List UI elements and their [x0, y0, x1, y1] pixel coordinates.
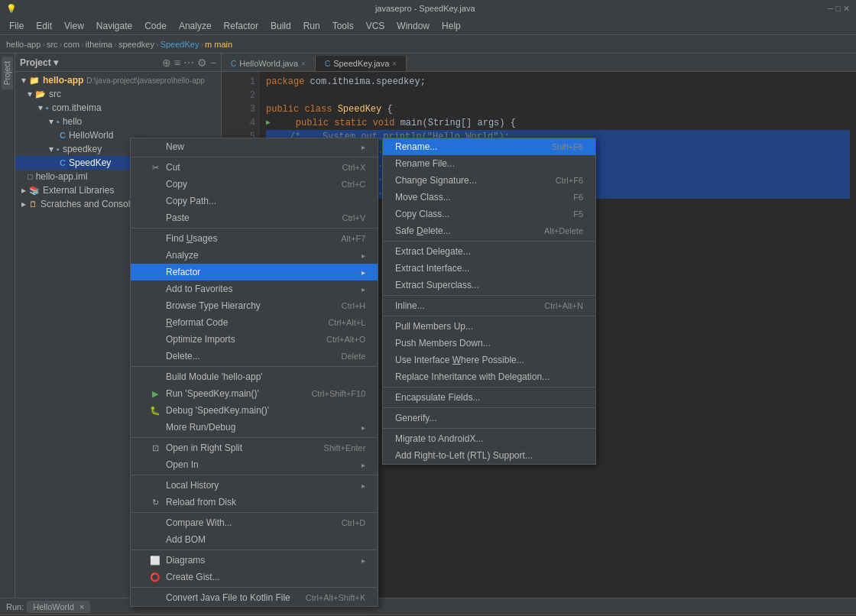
src-folder-icon: 📂: [35, 89, 46, 99]
ctx-openin[interactable]: Open In ▸: [131, 456, 378, 473]
ctx-copy[interactable]: Copy Ctrl+C: [131, 176, 378, 193]
ctx-browsehierarchy[interactable]: Browse Type Hierarchy Ctrl+H: [131, 297, 378, 314]
ctx-buildmodule[interactable]: Build Module 'hello-app': [131, 368, 378, 385]
menu-file[interactable]: File: [3, 19, 30, 33]
locate-icon[interactable]: ⊕: [162, 57, 171, 69]
submenu-moveclass[interactable]: Move Class... F6: [383, 189, 595, 206]
tab-close-helloworld[interactable]: ×: [301, 60, 306, 68]
ctx-refactor[interactable]: Refactor ▸: [131, 264, 378, 280]
collapse-icon[interactable]: ≡: [174, 57, 180, 69]
submenu-replaceinheritance[interactable]: Replace Inheritance with Delegation...: [383, 368, 595, 385]
tree-item-comitheima[interactable]: ▾ ▪ com.itheima: [15, 101, 221, 115]
menu-view[interactable]: View: [58, 19, 90, 33]
menu-run[interactable]: Run: [297, 19, 326, 33]
tab-close-speedkey[interactable]: ×: [392, 60, 397, 68]
submenu-pushdown[interactable]: Push Members Down...: [383, 335, 595, 352]
ctx-compare[interactable]: Compare With... Ctrl+D: [131, 514, 378, 531]
submenu-inline[interactable]: Inline... Ctrl+Alt+N: [383, 297, 595, 314]
submenu-label: Migrate to AndroidX...: [395, 433, 483, 444]
ctx-creategist[interactable]: ⭕ Create Gist...: [131, 569, 378, 585]
breadcrumb-src[interactable]: src: [47, 40, 58, 49]
tree-item-hello[interactable]: ▾ ▪ hello: [15, 115, 221, 128]
breadcrumb-main[interactable]: m main: [205, 40, 232, 49]
menu-vcs[interactable]: VCS: [360, 19, 391, 33]
ctx-paste[interactable]: Paste Ctrl+V: [131, 209, 378, 226]
context-menu[interactable]: New ▸ ✂ Cut Ctrl+X Copy Ctrl+C Copy Path…: [130, 138, 378, 607]
refactor-submenu[interactable]: Rename... Shift+F6 Rename File... Change…: [382, 138, 596, 465]
submenu-arrow: ▸: [362, 556, 365, 565]
submenu-extractinterface[interactable]: Extract Interface...: [383, 260, 595, 277]
submenu-renamefile[interactable]: Rename File...: [383, 155, 595, 172]
ctx-openright[interactable]: ⊡ Open in Right Split Shift+Enter: [131, 439, 378, 456]
window-controls[interactable]: ─ □ ✕: [827, 4, 850, 14]
submenu-label: Use Interface Where Possible...: [395, 355, 524, 365]
ctx-analyze[interactable]: Analyze ▸: [131, 247, 378, 264]
breadcrumb-hello-app[interactable]: hello-app: [6, 40, 41, 49]
ctx-localhistory[interactable]: Local History ▸: [131, 477, 378, 494]
breadcrumb-com[interactable]: com: [63, 40, 79, 49]
java-file-icon: C: [325, 60, 330, 68]
ctx-label: New: [166, 141, 184, 152]
ctx-reformat[interactable]: Reformat Code Ctrl+Alt+L: [131, 314, 378, 331]
ctx-cut[interactable]: ✂ Cut Ctrl+X: [131, 159, 378, 176]
ctx-addtofav[interactable]: Add to Favorites ▸: [131, 280, 378, 297]
tree-item-hello-app[interactable]: ▾ 📁 hello-app D:\java-project\javasepro\…: [15, 73, 221, 87]
run-tab-close[interactable]: ×: [79, 602, 84, 611]
ctx-new[interactable]: New ▸: [131, 138, 378, 155]
submenu-rtl[interactable]: Add Right-to-Left (RTL) Support...: [383, 447, 595, 464]
menu-window[interactable]: Window: [391, 19, 436, 33]
minimize-icon[interactable]: −: [210, 57, 216, 69]
ctx-optimizeimports[interactable]: Optimize Imports Ctrl+Alt+O: [131, 331, 378, 348]
menu-edit[interactable]: Edit: [30, 19, 58, 33]
expand-icon: ▾: [38, 102, 43, 113]
ctx-delete[interactable]: Delete... Delete: [131, 348, 378, 365]
ctx-sep: [383, 295, 595, 296]
submenu-useinterface[interactable]: Use Interface Where Possible...: [383, 352, 595, 368]
submenu-encapsulate[interactable]: Encapsulate Fields...: [383, 389, 595, 406]
tab-helloworld[interactable]: C HelloWorld.java ×: [222, 56, 316, 71]
tree-item-src[interactable]: ▾ 📂 src: [15, 87, 221, 101]
submenu-label: Pull Members Up...: [395, 321, 473, 332]
cut-icon: ✂: [149, 163, 161, 173]
ctx-findusages[interactable]: Find Usages Alt+F7: [131, 230, 378, 247]
line-num: 2: [232, 89, 255, 102]
menu-tools[interactable]: Tools: [326, 19, 360, 33]
menu-analyze[interactable]: Analyze: [173, 19, 218, 33]
ctx-morerun[interactable]: More Run/Debug ▸: [131, 419, 378, 436]
submenu-label: Inline...: [395, 300, 425, 311]
ctx-shortcut: Shift+Enter: [309, 443, 366, 452]
ctx-reload[interactable]: ↻ Reload from Disk: [131, 494, 378, 511]
ctx-run[interactable]: ▶ Run 'SpeedKey.main()' Ctrl+Shift+F10: [131, 385, 378, 402]
options-icon[interactable]: ⋯: [183, 57, 194, 69]
menu-refactor[interactable]: Refactor: [218, 19, 264, 33]
submenu-changesig[interactable]: Change Signature... Ctrl+F6: [383, 172, 595, 189]
breadcrumb-speedkeyfile[interactable]: SpeedKey: [160, 40, 199, 49]
ctx-convertkotlin[interactable]: Convert Java File to Kotlin File Ctrl+Al…: [131, 589, 378, 606]
ctx-shortcut: Ctrl+C: [326, 180, 365, 189]
ctx-addbom[interactable]: Add BOM: [131, 531, 378, 548]
menu-navigate[interactable]: Navigate: [90, 19, 138, 33]
tab-speedkey[interactable]: C SpeedKey.java ×: [316, 56, 407, 71]
submenu-extractdelegate[interactable]: Extract Delegate...: [383, 243, 595, 260]
submenu-migrateandroid[interactable]: Migrate to AndroidX...: [383, 430, 595, 447]
ctx-copypath[interactable]: Copy Path...: [131, 193, 378, 209]
submenu-extractsuperclass[interactable]: Extract Superclass...: [383, 277, 595, 293]
submenu-generify[interactable]: Generify...: [383, 410, 595, 426]
menu-help[interactable]: Help: [436, 19, 467, 33]
menu-build[interactable]: Build: [264, 19, 297, 33]
run-tab[interactable]: HelloWorld ×: [27, 601, 90, 613]
ctx-diagrams[interactable]: ⬜ Diagrams ▸: [131, 552, 378, 569]
editor-tabs: C HelloWorld.java × C SpeedKey.java ×: [222, 53, 856, 72]
project-side-tab[interactable]: Project: [2, 57, 13, 89]
ctx-sep: [383, 241, 595, 242]
ctx-label: Compare With...: [166, 517, 232, 528]
submenu-rename[interactable]: Rename... Shift+F6: [383, 138, 595, 155]
ctx-debug[interactable]: 🐛 Debug 'SpeedKey.main()': [131, 402, 378, 419]
submenu-safedelete[interactable]: Safe Delete... Alt+Delete: [383, 222, 595, 239]
submenu-copyclass[interactable]: Copy Class... F5: [383, 206, 595, 222]
submenu-pullup[interactable]: Pull Members Up...: [383, 318, 595, 335]
gear-icon[interactable]: ⚙: [197, 57, 207, 69]
breadcrumb-itheima[interactable]: itheima: [86, 40, 112, 49]
menu-code[interactable]: Code: [138, 19, 173, 33]
breadcrumb-speedkey[interactable]: speedkey: [118, 40, 154, 49]
